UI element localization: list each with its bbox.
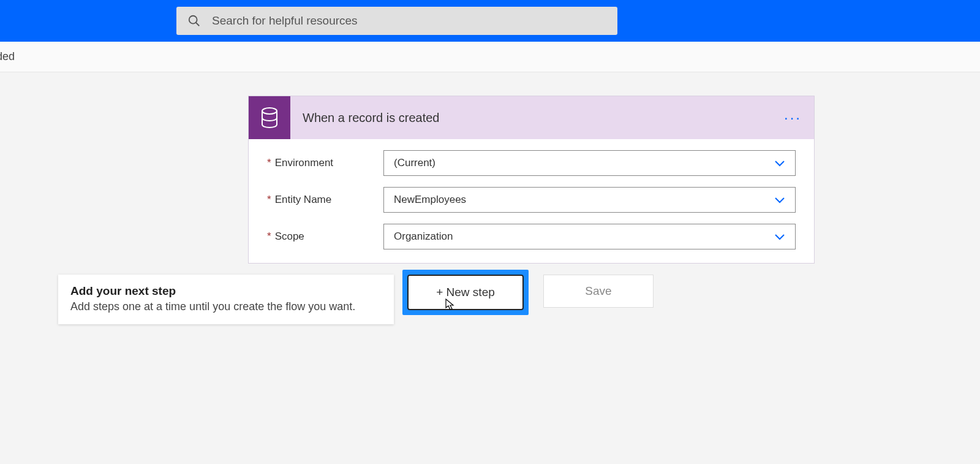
trigger-title: When a record is created	[303, 111, 439, 125]
top-bar	[0, 0, 980, 42]
more-menu-button[interactable]: ···	[784, 109, 802, 126]
field-row-scope: * Scope Organization	[267, 224, 796, 249]
new-step-label: + New step	[436, 286, 495, 299]
field-row-environment: * Environment (Current)	[267, 150, 796, 176]
chevron-down-icon	[774, 196, 785, 203]
sub-bar: rded	[0, 42, 980, 72]
svg-point-0	[189, 16, 197, 24]
search-input[interactable]	[212, 14, 606, 28]
save-label: Save	[585, 284, 611, 298]
coach-tooltip: Add your next step Add steps one at a ti…	[58, 275, 394, 324]
new-step-highlight: + New step	[402, 270, 529, 315]
chevron-down-icon	[774, 159, 785, 167]
field-label: * Environment	[267, 157, 383, 169]
entity-select[interactable]: NewEmployees	[383, 187, 796, 213]
field-label: * Scope	[267, 230, 383, 243]
sub-bar-text: rded	[0, 50, 15, 63]
save-button[interactable]: Save	[543, 275, 654, 308]
trigger-header[interactable]: When a record is created ···	[249, 96, 814, 139]
tooltip-title: Add your next step	[70, 284, 382, 298]
tooltip-description: Add steps one at a time until you create…	[70, 300, 382, 313]
field-row-entity: * Entity Name NewEmployees	[267, 187, 796, 213]
required-mark: *	[267, 230, 271, 243]
chevron-down-icon	[774, 233, 785, 240]
database-icon	[249, 96, 290, 139]
environment-label: Environment	[275, 157, 333, 169]
flow-canvas: When a record is created ··· * Environme…	[0, 72, 980, 264]
scope-value: Organization	[394, 230, 453, 243]
svg-point-2	[262, 108, 277, 114]
environment-value: (Current)	[394, 157, 435, 169]
new-step-button[interactable]: + New step	[407, 275, 524, 310]
entity-label: Entity Name	[275, 194, 332, 206]
search-box[interactable]	[176, 7, 617, 35]
required-mark: *	[267, 157, 271, 169]
scope-label: Scope	[275, 230, 304, 243]
trigger-body: * Environment (Current) * Entity Name Ne…	[249, 139, 814, 263]
field-label: * Entity Name	[267, 194, 383, 206]
svg-line-1	[196, 23, 200, 26]
environment-select[interactable]: (Current)	[383, 150, 796, 176]
trigger-card: When a record is created ··· * Environme…	[248, 96, 815, 264]
scope-select[interactable]: Organization	[383, 224, 796, 249]
cursor-icon	[444, 298, 455, 311]
search-icon	[187, 14, 201, 28]
required-mark: *	[267, 194, 271, 206]
entity-value: NewEmployees	[394, 194, 466, 206]
